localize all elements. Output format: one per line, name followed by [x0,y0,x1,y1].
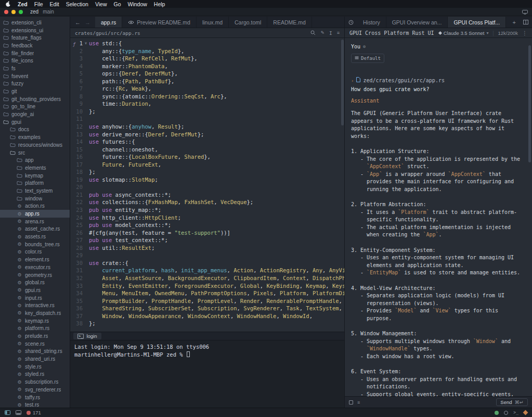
folder-tree-item-fsevent[interactable]: fsevent [0,72,70,80]
folder-tree-item-platform[interactable]: platform [0,179,70,187]
file-tree-item-executor.rs[interactable]: ⚙executor.rs [0,263,70,271]
navigate-back-icon[interactable]: ← [75,19,81,26]
context-checkbox-icon[interactable] [349,400,353,405]
file-tree-item-interactive.rs[interactable]: ⚙interactive.rs [0,301,70,309]
context-file-row[interactable]: › zed/crates/gpui/src/app.rs [351,77,525,85]
model-selector[interactable]: Claude 3.5 Sonnet ▾ [439,30,489,36]
file-tree-item-test.rs[interactable]: ⚙test.rs [0,401,70,408]
split-panel-icon[interactable] [520,17,532,28]
fold-chevron-icon[interactable]: ∨ [83,40,89,47]
minimize-window-button[interactable] [11,10,16,14]
file-tree-item-gpui.rs[interactable]: ⚙gpui.rs [0,286,70,294]
code-line-9[interactable]: 9 time::Duration, [70,100,344,108]
folder-tree-item-fuzzy[interactable]: fuzzy [0,80,70,88]
code-line-7[interactable]: 7 rc::{Rc, Weak}, [70,85,344,93]
editor-tab-Cargo.toml[interactable]: Cargo.toml [229,17,267,28]
file-tree-item-subscription.rs[interactable]: ⚙subscription.rs [0,378,70,386]
project-name[interactable]: zed [30,9,38,15]
folder-tree-item-feedback[interactable]: feedback [0,42,70,49]
folder-tree-item-file_icons[interactable]: file_icons [0,57,70,65]
file-tree-item-shared_uri.rs[interactable]: ⚙shared_uri.rs [0,355,70,363]
conversation-view[interactable]: You ⚙ Default › zed/crates/gpui/src/app.… [345,38,532,396]
code-line-12[interactable]: 12use anyhow::{anyhow, Result}; [70,123,344,131]
menu-view[interactable]: View [95,1,107,7]
more-options-icon[interactable]: ⋮ [522,30,527,36]
project-panel-toggle-icon[interactable] [5,410,10,415]
code-line-28[interactable]: 28use util::ResultExt; [70,244,344,252]
file-tree-item-style.rs[interactable]: ⚙style.rs [0,363,70,371]
conversation-title[interactable]: GPUI Cross Platform Rust UI Framework [349,30,436,36]
code-line-29[interactable]: 29 [70,251,344,259]
code-line-15[interactable]: 15 channel::oneshot, [70,146,344,154]
navigate-forward-icon[interactable]: → [85,19,90,26]
folder-tree-item-go_to_line[interactable]: go_to_line [0,103,70,111]
menu-window[interactable]: Window [127,1,147,7]
code-line-35[interactable]: 35 PromptBuilder, PromptHandle, PromptLe… [70,297,344,305]
code-line-10[interactable]: 10}; [70,108,344,116]
file-tree-item-shared_string.rs[interactable]: ⚙shared_string.rs [0,348,70,356]
cursor-position-icon[interactable]: I [329,30,332,36]
folder-tree-item-extension_cli[interactable]: extension_cli [0,19,70,27]
editor-tab-linux.md[interactable]: linux.md [197,17,229,28]
file-tree-item-geometry.rs[interactable]: ⚙geometry.rs [0,271,70,279]
code-line-21[interactable]: 21pub use async_context::*; [70,191,344,199]
menu-file[interactable]: File [34,1,43,7]
copilot-icon[interactable] [504,411,508,415]
profile-chip[interactable]: Default [351,54,384,64]
terminal-toggle-icon[interactable]: >_ [513,410,518,415]
quote-selection-icon[interactable]: ≡ [357,400,360,405]
folder-tree-item-google_ai[interactable]: google_ai [0,110,70,118]
zoom-window-button[interactable] [19,10,23,14]
file-tree-item-prelude.rs[interactable]: ⚙prelude.rs [0,332,70,340]
code-line-30[interactable]: 30use crate::{ [70,259,344,267]
assistant-tab-GPUI Cross Platf...[interactable]: GPUI Cross Platf... [448,17,506,28]
file-tree-item-scene.rs[interactable]: ⚙scene.rs [0,340,70,348]
editor-tab-README.md[interactable]: README.md [267,17,312,28]
code-line-3[interactable]: 3 cell::{Ref, RefCell, RefMut}, [70,55,344,62]
assistant-toggle-icon[interactable] [524,411,527,414]
assistant-scrollbar[interactable] [528,45,531,162]
folder-tree-item-docs[interactable]: docs [0,126,70,134]
toggle-outline-icon[interactable]: ≡ [337,30,340,35]
file-tree-item-taffy.rs[interactable]: ⚙taffy.rs [0,394,70,401]
code-line-25[interactable]: 25pub use model_context::*; [70,221,344,229]
code-line-23[interactable]: 23pub use entity_map::*; [70,206,344,214]
code-line-17[interactable]: 17 Future, FutureExt, [70,161,344,169]
file-tree-item-platform.rs[interactable]: ⚙platform.rs [0,325,70,333]
code-line-11[interactable]: 11 [70,115,344,123]
file-tree-item-arena.rs[interactable]: ⚙arena.rs [0,218,70,225]
code-line-24[interactable]: 24use http_client::HttpClient; [70,214,344,222]
screen-share-icon[interactable] [522,7,528,17]
close-window-button[interactable] [4,10,8,14]
editor-tab-Preview README.md[interactable]: Preview README.md [122,17,197,28]
file-tree-item-input.rs[interactable]: ⚙input.rs [0,294,70,302]
code-line-38[interactable]: 38}; [70,320,344,327]
file-tree-item-keymap.rs[interactable]: ⚙keymap.rs [0,317,70,325]
code-line-33[interactable]: 33 Entity, EventEmitter, ForegroundExecu… [70,282,344,290]
breadcrumb[interactable]: crates/gpui/src/app.rs [75,30,140,36]
history-icon[interactable] [345,17,357,28]
code-line-20[interactable]: 20 [70,183,344,191]
buffer-search-icon[interactable] [310,30,316,35]
file-tree-item-action.rs[interactable]: ⚙action.rs [0,203,70,210]
code-line-8[interactable]: 8 sync::{atomic::Ordering::SeqCst, Arc}, [70,93,344,100]
file-tree-item-color.rs[interactable]: ⚙color.rs [0,248,70,256]
code-line-22[interactable]: 22use collections::{FxHashMap, FxHashSet… [70,198,344,206]
folder-tree-item-feature_flags[interactable]: feature_flags [0,34,70,42]
assistant-tab-GPUI Overview an...[interactable]: GPUI Overview an... [386,17,448,28]
assistant-tab-History[interactable]: History [357,17,386,28]
folder-tree-item-resources/windows[interactable]: resources/windows [0,141,70,149]
editor-tab-app.rs[interactable]: app.rs [95,17,122,28]
code-line-16[interactable]: 16 future::{LocalBoxFuture, Shared}, [70,153,344,161]
folder-tree-item-extensions_ui[interactable]: extensions_ui [0,27,70,34]
folder-tree-item-window[interactable]: window [0,195,70,203]
code-line-26[interactable]: 26#[cfg(any(test, feature = "test-suppor… [70,229,344,237]
code-line-32[interactable]: 32 Asset, AssetSource, BackgroundExecuto… [70,274,344,282]
folder-tree-item-fs[interactable]: fs [0,65,70,72]
new-context-icon[interactable]: + [509,17,520,28]
code-line-27[interactable]: 27pub use test_context::*; [70,236,344,244]
diagnostics-summary[interactable]: 171 [27,410,41,415]
folder-tree-item-file_finder[interactable]: file_finder [0,49,70,57]
terminal-output[interactable]: Last login: Mon Sep 9 13:51:18 on ttys00… [70,340,344,408]
folder-tree-item-git[interactable]: git [0,87,70,95]
